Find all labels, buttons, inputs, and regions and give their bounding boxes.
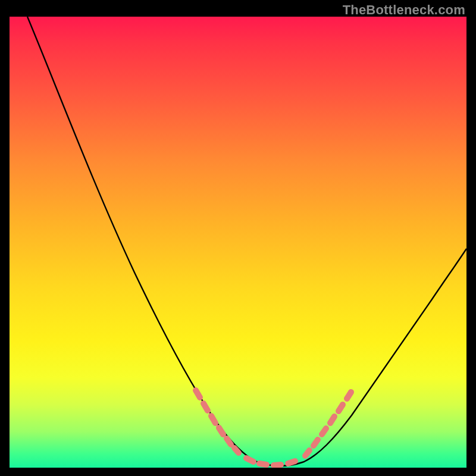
svg-line-6 — [246, 458, 253, 462]
svg-line-11 — [314, 440, 318, 446]
bottleneck-curve — [27, 17, 466, 466]
svg-line-15 — [347, 392, 351, 399]
valley-highlight — [246, 458, 295, 465]
svg-line-8 — [274, 465, 281, 465]
plot-area — [10, 17, 466, 468]
svg-line-3 — [219, 428, 223, 434]
svg-line-4 — [227, 439, 231, 444]
svg-line-1 — [203, 403, 208, 411]
svg-line-14 — [339, 405, 343, 411]
svg-line-10 — [305, 450, 309, 456]
svg-line-7 — [259, 464, 267, 465]
svg-line-9 — [288, 461, 295, 464]
chart-frame — [10, 17, 466, 468]
svg-line-5 — [234, 448, 239, 453]
attribution-text: TheBottleneck.com — [343, 2, 465, 18]
curve-layer — [10, 17, 466, 468]
svg-line-12 — [322, 428, 326, 434]
svg-line-13 — [330, 416, 334, 423]
svg-line-2 — [211, 416, 215, 423]
svg-line-0 — [196, 390, 200, 397]
